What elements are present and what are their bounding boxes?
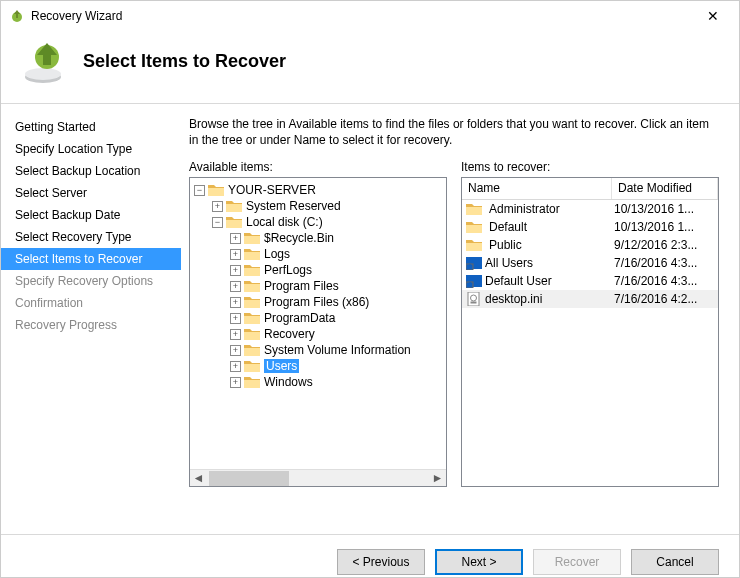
tree-item[interactable]: +Program Files (x86): [194, 294, 446, 310]
folder-icon: [244, 263, 260, 277]
tree-toggle-icon[interactable]: +: [230, 249, 241, 260]
folder-icon: [466, 220, 482, 234]
titlebar: Recovery Wizard ✕: [1, 1, 739, 31]
tree-item[interactable]: +Windows: [194, 374, 446, 390]
folder-icon: [208, 183, 224, 197]
tree-item[interactable]: +System Volume Information: [194, 342, 446, 358]
tree-toggle-icon[interactable]: +: [230, 281, 241, 292]
folder-icon: [244, 231, 260, 245]
item-date: 10/13/2016 1...: [614, 220, 714, 234]
shortcut-icon: [466, 256, 482, 270]
tree-item[interactable]: +Recovery: [194, 326, 446, 342]
list-header: Name Date Modified: [462, 178, 718, 200]
tree-item[interactable]: +Users: [194, 358, 446, 374]
folder-icon: [466, 238, 482, 252]
scroll-right-icon[interactable]: ►: [429, 470, 446, 487]
tree-item[interactable]: +System Reserved: [194, 198, 446, 214]
svg-rect-10: [468, 292, 479, 306]
tree-label: ProgramData: [264, 311, 335, 325]
item-name: Default: [489, 220, 527, 234]
folder-icon: [244, 247, 260, 261]
tree-view[interactable]: −YOUR-SERVER+System Reserved−Local disk …: [189, 177, 447, 487]
horizontal-scrollbar[interactable]: ◄ ►: [190, 469, 446, 486]
list-item[interactable]: Administrator10/13/2016 1...: [462, 200, 718, 218]
tree-toggle-icon[interactable]: +: [230, 361, 241, 372]
list-item[interactable]: Default User7/16/2016 4:3...: [462, 272, 718, 290]
tree-label: YOUR-SERVER: [228, 183, 316, 197]
tree-toggle-icon[interactable]: −: [194, 185, 205, 196]
scroll-thumb[interactable]: [209, 471, 289, 486]
folder-icon: [244, 295, 260, 309]
list-item[interactable]: All Users7/16/2016 4:3...: [462, 254, 718, 272]
svg-point-2: [25, 68, 61, 80]
nav-step[interactable]: Select Backup Date: [1, 204, 181, 226]
tree-label: Program Files (x86): [264, 295, 369, 309]
list-item[interactable]: Public9/12/2016 2:3...: [462, 236, 718, 254]
wizard-nav: Getting StartedSpecify Location TypeSele…: [1, 104, 181, 524]
window-title: Recovery Wizard: [31, 9, 122, 23]
list-view[interactable]: Name Date Modified Administrator10/13/20…: [461, 177, 719, 487]
item-date: 7/16/2016 4:3...: [614, 256, 714, 270]
tree-item[interactable]: +ProgramData: [194, 310, 446, 326]
tree-label: System Reserved: [246, 199, 341, 213]
item-name: Administrator: [489, 202, 560, 216]
nav-step[interactable]: Select Recovery Type: [1, 226, 181, 248]
scroll-left-icon[interactable]: ◄: [190, 470, 207, 487]
folder-icon: [244, 343, 260, 357]
instructions-text: Browse the tree in Available items to fi…: [189, 116, 719, 148]
tree-label: System Volume Information: [264, 343, 411, 357]
tree-toggle-icon[interactable]: +: [230, 329, 241, 340]
recover-button[interactable]: Recover: [533, 549, 621, 575]
nav-step[interactable]: Select Server: [1, 182, 181, 204]
nav-step: Recovery Progress: [1, 314, 181, 336]
tree-label: Recovery: [264, 327, 315, 341]
available-items-label: Available items:: [189, 160, 447, 174]
tree-label: $Recycle.Bin: [264, 231, 334, 245]
tree-toggle-icon[interactable]: +: [230, 265, 241, 276]
tree-item[interactable]: +$Recycle.Bin: [194, 230, 446, 246]
tree-item[interactable]: +Logs: [194, 246, 446, 262]
nav-step[interactable]: Getting Started: [1, 116, 181, 138]
tree-toggle-icon[interactable]: +: [212, 201, 223, 212]
tree-label: Program Files: [264, 279, 339, 293]
nav-step[interactable]: Specify Location Type: [1, 138, 181, 160]
file-icon: [466, 292, 482, 306]
folder-icon: [226, 215, 242, 229]
shortcut-icon: [466, 274, 482, 288]
list-item[interactable]: Default10/13/2016 1...: [462, 218, 718, 236]
button-bar: < Previous Next > Recover Cancel: [1, 534, 739, 578]
tree-label: Windows: [264, 375, 313, 389]
item-name: All Users: [485, 256, 533, 270]
tree-item[interactable]: +PerfLogs: [194, 262, 446, 278]
item-date: 7/16/2016 4:2...: [614, 292, 714, 306]
items-to-recover-label: Items to recover:: [461, 160, 719, 174]
tree-toggle-icon[interactable]: −: [212, 217, 223, 228]
nav-step[interactable]: Select Backup Location: [1, 160, 181, 182]
tree-toggle-icon[interactable]: +: [230, 233, 241, 244]
tree-toggle-icon[interactable]: +: [230, 313, 241, 324]
window-close-button[interactable]: ✕: [693, 5, 733, 27]
folder-icon: [244, 359, 260, 373]
item-name: Default User: [485, 274, 552, 288]
tree-toggle-icon[interactable]: +: [230, 297, 241, 308]
list-item[interactable]: desktop.ini7/16/2016 4:2...: [462, 290, 718, 308]
column-name[interactable]: Name: [462, 178, 612, 199]
tree-item[interactable]: −Local disk (C:): [194, 214, 446, 230]
column-date[interactable]: Date Modified: [612, 178, 718, 199]
previous-button[interactable]: < Previous: [337, 549, 425, 575]
folder-icon: [244, 279, 260, 293]
cancel-button[interactable]: Cancel: [631, 549, 719, 575]
tree-toggle-icon[interactable]: +: [230, 345, 241, 356]
nav-step[interactable]: Select Items to Recover: [1, 248, 181, 270]
next-button[interactable]: Next >: [435, 549, 523, 575]
tree-item[interactable]: −YOUR-SERVER: [194, 182, 446, 198]
folder-icon: [244, 311, 260, 325]
page-title: Select Items to Recover: [83, 51, 286, 72]
svg-rect-12: [471, 302, 476, 303]
tree-label: Logs: [264, 247, 290, 261]
banner: Select Items to Recover: [1, 31, 739, 103]
item-name: Public: [489, 238, 522, 252]
item-date: 9/12/2016 2:3...: [614, 238, 714, 252]
tree-item[interactable]: +Program Files: [194, 278, 446, 294]
tree-toggle-icon[interactable]: +: [230, 377, 241, 388]
